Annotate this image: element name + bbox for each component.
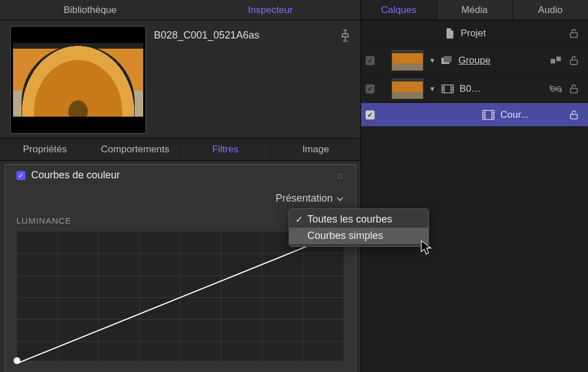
rtab-audio[interactable]: Audio xyxy=(512,0,588,20)
media-header: B028_C001_0521A6as xyxy=(0,20,360,138)
subtab-properties[interactable]: Propriétés xyxy=(0,139,91,160)
group-name: Groupe xyxy=(458,55,545,66)
tab-inspector[interactable]: Inspecteur xyxy=(181,0,361,20)
svg-rect-16 xyxy=(551,59,555,63)
layer-row-filter[interactable]: Cour... xyxy=(361,103,588,127)
inspector-body: ✓ Courbes de couleur ◇ Présentation LUMI… xyxy=(0,161,360,372)
clip-thumbnail xyxy=(10,26,146,134)
menu-item-label: Courbes simples xyxy=(307,230,383,242)
presentation-menu: ✓ Toutes les courbes Courbes simples xyxy=(289,208,429,247)
subtab-behaviors[interactable]: Comportements xyxy=(91,139,181,160)
disclosure-triangle-icon[interactable]: ▼ xyxy=(429,57,436,65)
check-icon: ✓ xyxy=(293,214,305,225)
svg-rect-13 xyxy=(570,33,577,37)
svg-rect-18 xyxy=(570,60,577,65)
luminance-curve[interactable] xyxy=(16,231,344,361)
project-icon xyxy=(445,28,455,39)
view-dropdown-label: Présentation xyxy=(276,193,333,204)
clip-title: B028_C001_0521A6as xyxy=(154,26,332,41)
top-tabs: Bibliothèque Inspecteur xyxy=(0,0,360,20)
isolate-icon[interactable] xyxy=(551,57,562,65)
mouse-cursor-icon xyxy=(420,240,433,256)
lock-icon[interactable] xyxy=(570,29,581,38)
layer-visibility-checkbox[interactable] xyxy=(366,56,375,65)
subtab-filters[interactable]: Filtres xyxy=(181,139,271,160)
layer-row-project[interactable]: Projet xyxy=(361,20,588,46)
pin-icon[interactable] xyxy=(340,26,350,42)
menu-item-simple-curves[interactable]: Courbes simples xyxy=(289,228,428,244)
chevron-down-icon xyxy=(336,196,344,202)
rtab-media[interactable]: Média xyxy=(436,0,512,20)
svg-rect-41 xyxy=(570,114,577,119)
rtab-layers[interactable]: Calques xyxy=(361,0,436,20)
filter-filmstrip-icon xyxy=(482,110,495,120)
lock-icon[interactable] xyxy=(570,84,581,93)
inspector-sub-tabs: Propriétés Comportements Filtres Image xyxy=(0,138,360,161)
menu-item-label: Toutes les courbes xyxy=(307,213,392,225)
filter-layer-name: Cour... xyxy=(500,109,564,121)
layer-row-clip[interactable]: ▼ B0… xyxy=(361,75,588,103)
filter-section-title: Courbes de couleur xyxy=(31,169,332,181)
lock-icon[interactable] xyxy=(570,56,581,65)
filmstrip-icon xyxy=(441,84,454,93)
link-icon[interactable] xyxy=(550,85,562,92)
svg-rect-17 xyxy=(556,57,561,61)
keyframe-icon[interactable]: ◇ xyxy=(336,170,346,181)
project-name: Projet xyxy=(461,28,564,39)
curve-control-point[interactable] xyxy=(14,357,20,364)
layer-thumbnail xyxy=(392,50,423,71)
layer-visibility-checkbox[interactable] xyxy=(366,84,375,93)
filter-enabled-checkbox[interactable]: ✓ xyxy=(16,171,25,180)
clip-name: B0… xyxy=(460,83,544,95)
menu-item-all-curves[interactable]: ✓ Toutes les courbes xyxy=(289,211,428,228)
lock-icon[interactable] xyxy=(570,110,581,119)
disclosure-triangle-icon[interactable]: ▼ xyxy=(429,85,436,93)
tab-library[interactable]: Bibliothèque xyxy=(0,0,181,20)
layer-thumbnail xyxy=(392,79,423,99)
filter-section-header: ✓ Courbes de couleur ◇ xyxy=(16,169,344,189)
svg-rect-31 xyxy=(570,88,577,93)
right-tabs: Calques Média Audio xyxy=(361,0,588,20)
view-dropdown[interactable]: Présentation xyxy=(16,189,344,210)
subtab-image[interactable]: Image xyxy=(271,139,361,160)
layer-visibility-checkbox[interactable] xyxy=(366,110,375,119)
svg-rect-15 xyxy=(444,56,452,62)
layer-row-group[interactable]: ▼ Groupe xyxy=(361,46,588,75)
group-icon xyxy=(441,56,453,65)
